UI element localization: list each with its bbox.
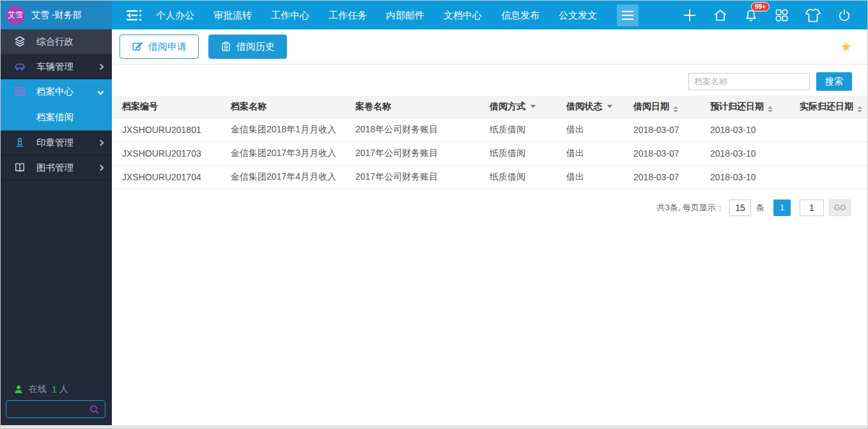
power-logout-icon[interactable] (837, 8, 852, 23)
cell-borrow-status: 借出 (562, 165, 630, 189)
search-button[interactable]: 搜索 (816, 72, 852, 91)
nav-item-internal-mail[interactable]: 内部邮件 (376, 1, 434, 29)
notifications-bell-icon[interactable]: 99+ (743, 8, 759, 23)
add-icon[interactable] (682, 8, 697, 23)
sidebar-item-book-mgmt[interactable]: 图书管理 (1, 155, 112, 180)
col-borrow-status[interactable]: 借阅状态 (562, 96, 630, 118)
col-expected-return-date[interactable]: 预计归还日期 (706, 96, 796, 118)
page-size-input[interactable] (729, 199, 751, 216)
nav-item-official-doc[interactable]: 公文发文 (549, 1, 607, 29)
col-case-name: 案卷名称 (352, 96, 486, 118)
favorite-star-icon[interactable]: ★ (841, 40, 852, 53)
table-row[interactable]: JXSHOURU201801 金信集团2018年1月月收入 2018年公司财务账… (112, 118, 867, 141)
sidebar-item-label: 综合行政 (36, 36, 74, 48)
cell-expected-return-date: 2018-03-10 (706, 118, 796, 141)
current-page-button[interactable]: 1 (773, 199, 791, 216)
chevron-down-icon (98, 88, 104, 95)
cell-case-name: 2017年公司财务账目 (352, 141, 486, 165)
borrow-apply-label: 借阅申请 (148, 41, 187, 53)
sidebar-subitem-archive-borrow[interactable]: 档案借阅 (1, 104, 112, 130)
more-menu-icon[interactable] (617, 4, 639, 26)
chevron-right-icon (98, 164, 104, 171)
nav-item-approval-flow[interactable]: 审批流转 (204, 1, 261, 29)
online-status: 在线 1 人 (13, 384, 68, 395)
online-label: 在线 (29, 384, 47, 395)
cell-borrow-date: 2018-03-07 (630, 165, 706, 189)
col-actual-return-date[interactable]: 实际归还日期 (796, 96, 867, 118)
top-action-icons: 99+ (682, 8, 867, 23)
archive-name-input[interactable] (688, 73, 810, 90)
table-search-bar: 搜索 (112, 65, 867, 96)
col-borrow-date[interactable]: 借阅日期 (630, 96, 706, 118)
sidebar-item-general-admin[interactable]: 综合行政 (1, 29, 112, 54)
nav-item-work-center[interactable]: 工作中心 (261, 1, 319, 29)
user-name: 艾雪 -财务部 (31, 10, 82, 21)
cell-borrow-status: 借出 (562, 141, 630, 165)
apps-grid-icon[interactable] (774, 8, 789, 23)
goto-page-input[interactable] (800, 199, 824, 216)
borrow-history-button[interactable]: 借阅历史 (208, 35, 287, 59)
online-unit: 人 (59, 384, 68, 395)
cell-case-name: 2018年公司财务账目 (352, 118, 486, 141)
notification-badge: 99+ (751, 2, 770, 12)
sort-icon[interactable] (673, 106, 678, 113)
horizontal-scrollbar-track[interactable] (1, 425, 867, 428)
sidebar-item-archive-center[interactable]: 档案中心 (1, 79, 112, 104)
filter-caret-icon[interactable] (607, 105, 612, 108)
search-icon[interactable] (89, 404, 100, 415)
col-archive-number: 档案编号 (112, 96, 227, 118)
online-user-icon (13, 384, 24, 394)
archive-badge-icon (13, 85, 26, 98)
sidebar-item-seal-mgmt[interactable]: 印章管理 (1, 130, 112, 155)
nav-item-info-publish[interactable]: 信息发布 (492, 1, 549, 29)
edit-pencil-icon (132, 41, 143, 52)
borrow-apply-button[interactable]: 借阅申请 (120, 35, 199, 59)
sidebar-search (6, 400, 105, 418)
go-button[interactable]: GO (829, 199, 851, 216)
avatar[interactable]: 艾雪 (6, 6, 25, 25)
app-window: 艾雪 艾雪 -财务部 个人办公 审批流转 工作中心 工作任务 内部邮件 文档中心… (0, 0, 868, 429)
sort-icon[interactable] (857, 106, 862, 113)
cell-borrow-method: 纸质借阅 (486, 118, 562, 141)
theme-shirt-icon[interactable] (805, 8, 821, 23)
table-row[interactable]: JXSHOURU201704 金信集团2017年4月月收入 2017年公司财务账… (112, 165, 867, 189)
chevron-right-icon (98, 139, 104, 146)
sidebar-item-label: 印章管理 (36, 137, 74, 149)
cell-actual-return-date (796, 141, 867, 165)
pagination-summary: 共3条, 每页显示： (657, 202, 724, 214)
cell-borrow-method: 纸质借阅 (486, 141, 562, 165)
col-borrow-method[interactable]: 借阅方式 (486, 96, 562, 118)
toolbar: 借阅申请 借阅历史 ★ (112, 29, 867, 65)
sidebar-item-vehicle-mgmt[interactable]: 车辆管理 (1, 54, 112, 79)
cell-borrow-date: 2018-03-07 (630, 141, 706, 165)
sidebar-item-label: 档案中心 (36, 86, 74, 98)
chevron-right-icon (98, 63, 104, 70)
cell-archive-number: JXSHOURU201704 (112, 165, 227, 189)
nav-item-document-center[interactable]: 文档中心 (434, 1, 492, 29)
sort-icon[interactable] (768, 106, 773, 113)
nav-item-personal-office[interactable]: 个人办公 (146, 1, 204, 29)
layers-icon (13, 35, 26, 48)
cell-archive-number: JXSHOURU201801 (112, 118, 227, 141)
stamp-icon (13, 136, 26, 149)
car-icon (13, 60, 26, 73)
sidebar-subitem-label: 档案借阅 (36, 111, 74, 123)
col-archive-name: 档案名称 (227, 96, 352, 118)
cell-borrow-status: 借出 (562, 118, 630, 141)
clipboard-icon (221, 41, 231, 52)
pagination: 共3条, 每页显示： 条 1 GO (112, 189, 867, 216)
cell-expected-return-date: 2018-03-10 (706, 141, 796, 165)
borrow-history-table: 档案编号 档案名称 案卷名称 借阅方式 借阅状态 借阅日期 预计归还日期 实际归… (112, 96, 867, 189)
book-icon (13, 161, 26, 174)
cell-expected-return-date: 2018-03-10 (706, 165, 796, 189)
cell-actual-return-date (796, 118, 867, 141)
filter-caret-icon[interactable] (531, 105, 536, 108)
table-row[interactable]: JXSHOURU201703 金信集团2017年3月月收入 2017年公司财务账… (112, 141, 867, 165)
collapse-sidebar-icon[interactable] (126, 9, 143, 22)
user-panel[interactable]: 艾雪 艾雪 -财务部 (1, 1, 112, 29)
home-icon[interactable] (713, 8, 728, 23)
sidebar-search-input[interactable] (6, 405, 89, 414)
online-count: 1 (52, 384, 57, 394)
cell-archive-name: 金信集团2018年1月月收入 (227, 118, 352, 141)
nav-item-work-tasks[interactable]: 工作任务 (319, 1, 376, 29)
